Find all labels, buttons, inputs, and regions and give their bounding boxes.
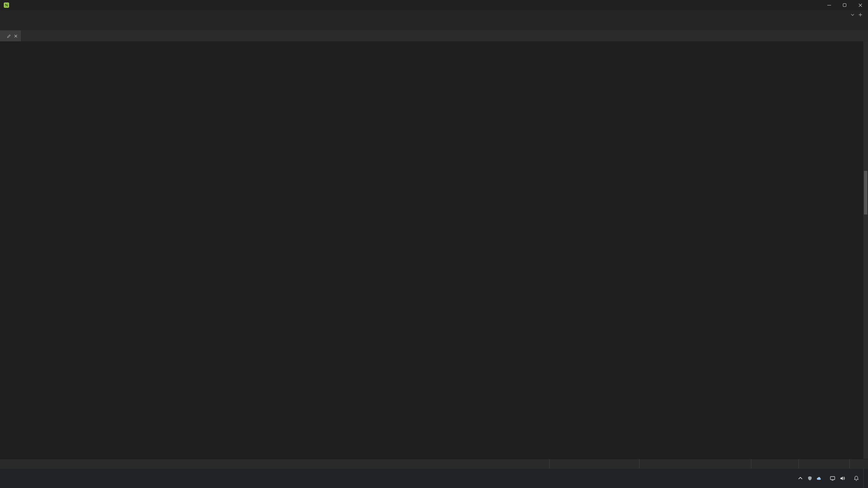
cursor-position-status — [639, 459, 751, 468]
tray-cloud-icon[interactable] — [816, 476, 822, 481]
tab-bar — [0, 30, 868, 41]
close-icon — [859, 3, 862, 7]
plus-icon[interactable] — [858, 13, 863, 17]
tray-shield-icon[interactable] — [807, 476, 812, 481]
chevron-down-icon[interactable] — [850, 13, 855, 17]
vertical-scrollbar[interactable] — [863, 41, 868, 459]
notification-bell-icon[interactable] — [853, 475, 859, 481]
eol-format-status[interactable] — [751, 459, 798, 468]
maximize-icon — [843, 3, 846, 7]
minimize-icon — [827, 5, 831, 5]
menu-right — [850, 13, 867, 17]
pin-icon[interactable] — [7, 34, 11, 38]
insert-mode-status[interactable] — [849, 459, 868, 468]
system-tray — [797, 469, 867, 488]
volume-icon[interactable] — [840, 475, 845, 481]
tray-chevron-up-icon[interactable] — [797, 475, 803, 481]
encoding-status[interactable] — [798, 459, 849, 468]
maximize-button[interactable] — [837, 0, 852, 10]
menu-bar — [0, 10, 868, 19]
toolbar — [0, 19, 868, 30]
length-lines-status — [549, 459, 639, 468]
minimize-button[interactable] — [821, 0, 837, 10]
scrollbar-thumb[interactable] — [864, 171, 867, 215]
desktop — [0, 0, 868, 488]
taskbar — [0, 468, 868, 488]
tab-close-icon[interactable] — [14, 34, 18, 38]
editor[interactable] — [0, 41, 868, 459]
notepadpp-app-icon — [3, 2, 9, 8]
titlebar[interactable] — [0, 0, 868, 10]
code-area[interactable] — [0, 41, 863, 459]
tab-rus-0-json[interactable] — [0, 30, 21, 41]
notepadpp-window — [0, 0, 868, 468]
status-bar — [0, 459, 868, 468]
window-controls — [821, 0, 868, 10]
show-desktop-button[interactable] — [863, 469, 865, 488]
network-icon[interactable] — [830, 475, 835, 481]
doc-type-label — [0, 459, 549, 468]
menu-items — [1, 10, 850, 19]
close-button[interactable] — [852, 0, 868, 10]
